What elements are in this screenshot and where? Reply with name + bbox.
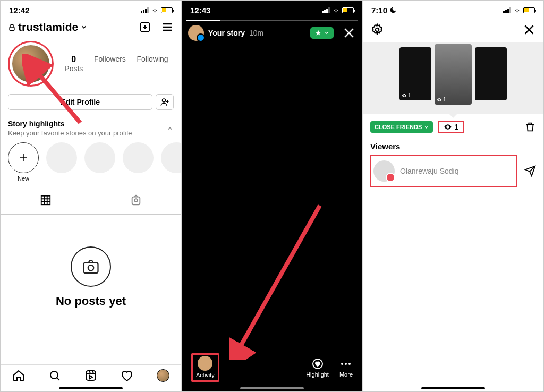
activity-button[interactable]: Activity bbox=[191, 353, 219, 382]
story-thumb[interactable] bbox=[475, 47, 507, 100]
viewer-row[interactable]: Olanrewaju Sodiq bbox=[370, 155, 517, 187]
profile-nav-icon[interactable] bbox=[157, 369, 169, 382]
status-bar: 12:42 bbox=[1, 1, 181, 18]
viewers-heading: Viewers bbox=[370, 140, 536, 155]
username-dropdown[interactable]: trustlamide bbox=[8, 21, 88, 33]
highlight-placeholder bbox=[161, 142, 182, 182]
eye-icon bbox=[437, 97, 442, 103]
more-label: More bbox=[339, 371, 353, 378]
menu-icon[interactable] bbox=[161, 21, 174, 33]
star-icon bbox=[314, 29, 322, 37]
dnd-moon-icon bbox=[389, 6, 397, 14]
chevron-down-icon bbox=[80, 23, 88, 31]
svg-point-16 bbox=[376, 28, 379, 32]
plus-icon bbox=[17, 151, 30, 164]
status-bar: 12:43 bbox=[182, 1, 362, 18]
highlight-placeholder bbox=[84, 142, 115, 182]
heart-icon[interactable] bbox=[121, 369, 133, 382]
username-text: trustlamide bbox=[18, 21, 78, 33]
svg-rect-4 bbox=[132, 197, 140, 205]
svg-point-12 bbox=[341, 363, 343, 365]
svg-point-14 bbox=[348, 363, 351, 365]
battery-icon bbox=[523, 7, 535, 13]
no-posts-text: No posts yet bbox=[1, 294, 181, 308]
grid-icon bbox=[40, 194, 52, 206]
home-indicator bbox=[240, 387, 304, 389]
svg-rect-3 bbox=[41, 196, 50, 205]
highlight-heart-icon bbox=[311, 357, 324, 370]
chevron-up-icon[interactable] bbox=[166, 125, 174, 132]
add-person-icon bbox=[160, 97, 169, 107]
story-content[interactable] bbox=[182, 45, 362, 343]
viewer-avatar-icon bbox=[198, 356, 212, 371]
svg-point-5 bbox=[134, 199, 138, 202]
highlight-placeholder bbox=[46, 142, 77, 182]
caret-indicator bbox=[449, 114, 457, 118]
wifi-icon bbox=[151, 7, 159, 13]
story-thumb-active[interactable]: 1 bbox=[435, 44, 472, 105]
signal-icon bbox=[141, 7, 149, 13]
lock-icon bbox=[8, 23, 16, 31]
chevron-down-icon bbox=[424, 125, 429, 130]
story-age: 10m bbox=[249, 29, 264, 37]
close-icon[interactable] bbox=[522, 23, 536, 37]
grid-tab[interactable] bbox=[1, 189, 91, 214]
edit-profile-button[interactable]: Edit Profile bbox=[8, 94, 152, 110]
profile-avatar-story-ring[interactable] bbox=[8, 41, 54, 87]
wifi-icon bbox=[513, 7, 521, 13]
reels-icon[interactable] bbox=[84, 369, 97, 382]
posts-stat[interactable]: 0 Posts bbox=[64, 55, 83, 73]
svg-rect-9 bbox=[86, 371, 96, 380]
highlight-button[interactable]: Highlight bbox=[306, 357, 329, 378]
home-icon[interactable] bbox=[12, 369, 25, 382]
followers-stat[interactable]: Followers bbox=[94, 55, 126, 73]
svg-point-8 bbox=[50, 371, 58, 379]
svg-rect-0 bbox=[10, 27, 14, 30]
highlights-title: Story highlights bbox=[8, 120, 132, 128]
battery-icon bbox=[161, 7, 173, 13]
eye-icon bbox=[402, 93, 407, 98]
send-icon[interactable] bbox=[524, 165, 536, 177]
clock: 12:43 bbox=[190, 6, 210, 15]
signal-icon bbox=[503, 7, 511, 13]
home-indicator bbox=[421, 387, 485, 389]
view-count-badge[interactable]: 1 bbox=[438, 121, 464, 133]
new-highlight-button[interactable]: New bbox=[8, 142, 39, 182]
search-icon[interactable] bbox=[48, 369, 61, 382]
story-thumb[interactable]: 1 bbox=[400, 47, 431, 100]
story-thumbnails[interactable]: 1 1 bbox=[363, 42, 543, 114]
signal-icon bbox=[322, 7, 330, 13]
settings-icon[interactable] bbox=[370, 23, 384, 37]
story-progress bbox=[186, 20, 358, 21]
chevron-down-icon bbox=[324, 30, 329, 36]
camera-icon bbox=[81, 257, 100, 276]
more-button[interactable]: More bbox=[339, 357, 353, 378]
more-icon bbox=[339, 357, 352, 370]
profile-avatar bbox=[11, 44, 50, 83]
discover-people-button[interactable] bbox=[156, 94, 174, 110]
clock: 7:10 bbox=[371, 6, 387, 15]
following-stat[interactable]: Following bbox=[137, 55, 168, 73]
trash-icon[interactable] bbox=[524, 121, 536, 133]
story-view-screen: 12:43 Your story 10m Activity Highlight bbox=[182, 1, 363, 391]
viewer-avatar bbox=[373, 160, 395, 182]
svg-rect-6 bbox=[84, 263, 98, 274]
svg-point-13 bbox=[345, 363, 347, 365]
svg-point-2 bbox=[163, 99, 166, 102]
battery-icon bbox=[342, 7, 354, 13]
wifi-icon bbox=[332, 7, 340, 13]
highlights-subtitle: Keep your favorite stories on your profi… bbox=[8, 129, 132, 137]
close-friends-dropdown[interactable]: CLOSE FRIENDS bbox=[370, 121, 433, 133]
story-avatar[interactable] bbox=[188, 25, 204, 41]
viewers-screen: 7:10 1 1 CLOSE FRIENDS 1 bbox=[363, 1, 543, 391]
create-post-icon[interactable] bbox=[139, 21, 151, 33]
status-bar: 7:10 bbox=[363, 1, 543, 18]
profile-screen: 12:42 trustlamide 0 Posts Follower bbox=[1, 1, 182, 391]
tagged-tab[interactable] bbox=[91, 189, 181, 214]
eye-icon bbox=[444, 123, 452, 131]
close-icon[interactable] bbox=[342, 26, 356, 40]
highlight-placeholder bbox=[123, 142, 154, 182]
close-friends-badge[interactable] bbox=[310, 27, 334, 39]
clock: 12:42 bbox=[9, 6, 29, 15]
home-indicator bbox=[59, 387, 123, 389]
